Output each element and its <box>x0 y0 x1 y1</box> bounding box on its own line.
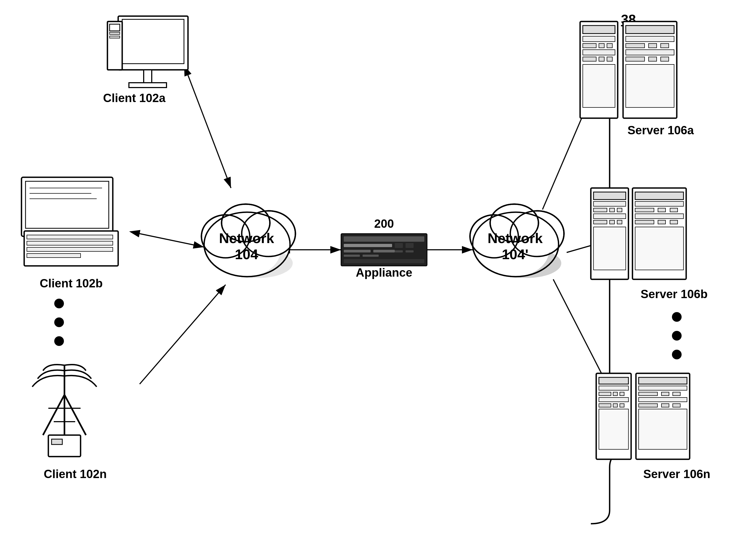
svg-rect-59 <box>25 181 109 228</box>
svg-rect-124 <box>635 227 683 270</box>
svg-rect-136 <box>599 404 611 407</box>
svg-rect-101 <box>626 65 674 107</box>
svg-rect-36 <box>344 236 424 242</box>
svg-rect-50 <box>122 19 184 64</box>
svg-point-69 <box>54 299 64 308</box>
svg-rect-37 <box>344 244 392 247</box>
svg-rect-90 <box>583 65 615 107</box>
svg-rect-44 <box>395 250 403 252</box>
svg-rect-122 <box>658 220 666 224</box>
svg-rect-120 <box>635 214 683 219</box>
svg-point-71 <box>54 336 64 346</box>
svg-point-128 <box>672 350 682 360</box>
svg-rect-135 <box>599 397 628 402</box>
svg-rect-87 <box>583 57 596 61</box>
svg-rect-142 <box>639 386 687 390</box>
svg-rect-98 <box>626 57 645 61</box>
svg-text:200: 200 <box>374 217 394 230</box>
svg-rect-118 <box>658 208 666 212</box>
svg-rect-104 <box>593 192 626 200</box>
svg-rect-62 <box>27 241 113 245</box>
svg-rect-116 <box>635 202 683 206</box>
svg-rect-78 <box>52 439 62 445</box>
svg-rect-89 <box>607 57 612 61</box>
svg-rect-112 <box>617 220 622 224</box>
svg-rect-86 <box>583 50 615 55</box>
svg-point-127 <box>672 331 682 340</box>
svg-rect-92 <box>626 25 674 33</box>
svg-line-74 <box>65 395 86 435</box>
svg-rect-115 <box>635 192 683 200</box>
svg-rect-46 <box>344 259 424 263</box>
svg-rect-95 <box>649 44 657 48</box>
svg-text:Server  106a: Server 106a <box>627 124 694 137</box>
svg-text:Client  102a: Client 102a <box>103 91 166 104</box>
svg-rect-96 <box>661 44 669 48</box>
svg-rect-110 <box>593 220 607 224</box>
svg-text:Network: Network <box>219 230 274 246</box>
svg-rect-148 <box>662 404 669 407</box>
svg-rect-143 <box>639 392 657 396</box>
svg-rect-137 <box>613 404 617 407</box>
svg-rect-99 <box>649 57 657 61</box>
svg-rect-141 <box>639 377 687 384</box>
svg-rect-113 <box>593 227 626 270</box>
svg-text:104: 104 <box>235 247 258 262</box>
svg-rect-42 <box>344 255 360 257</box>
svg-text:Network: Network <box>488 230 542 246</box>
diagram-container: 38 Network 104 <box>0 0 756 553</box>
svg-rect-51 <box>144 70 152 83</box>
svg-text:Client  102b: Client 102b <box>40 276 103 290</box>
svg-rect-39 <box>406 243 414 248</box>
svg-rect-93 <box>626 36 674 42</box>
svg-rect-139 <box>599 409 628 449</box>
svg-rect-43 <box>362 255 379 257</box>
svg-line-2 <box>188 75 231 188</box>
svg-rect-61 <box>27 235 113 239</box>
svg-rect-63 <box>27 247 113 251</box>
svg-rect-150 <box>639 409 687 449</box>
svg-rect-45 <box>406 250 414 252</box>
svg-rect-117 <box>635 208 654 212</box>
svg-line-3 <box>140 234 204 247</box>
svg-rect-133 <box>613 392 617 396</box>
svg-rect-147 <box>639 404 657 407</box>
svg-rect-54 <box>109 24 120 31</box>
svg-rect-55 <box>109 32 120 34</box>
svg-rect-119 <box>670 208 678 212</box>
svg-rect-132 <box>599 392 611 396</box>
svg-rect-146 <box>639 397 687 402</box>
svg-rect-144 <box>662 392 669 396</box>
svg-rect-81 <box>583 25 615 33</box>
svg-text:Server  106b: Server 106b <box>641 287 708 301</box>
svg-line-9 <box>553 279 607 384</box>
svg-rect-134 <box>620 392 624 396</box>
svg-rect-131 <box>599 386 628 390</box>
svg-text:Appliance: Appliance <box>356 266 412 279</box>
svg-point-70 <box>54 317 64 327</box>
svg-rect-100 <box>661 57 669 61</box>
svg-text:Server  106n: Server 106n <box>643 467 710 480</box>
svg-text:104': 104' <box>502 247 528 262</box>
svg-rect-121 <box>635 220 654 224</box>
svg-rect-94 <box>626 44 645 48</box>
svg-rect-64 <box>27 253 81 257</box>
svg-rect-88 <box>599 57 604 61</box>
svg-rect-52 <box>129 83 167 88</box>
svg-rect-85 <box>607 44 612 48</box>
svg-rect-77 <box>48 435 81 457</box>
svg-rect-97 <box>626 50 674 55</box>
svg-rect-108 <box>617 208 622 212</box>
svg-rect-106 <box>593 208 607 212</box>
svg-rect-149 <box>673 404 680 407</box>
svg-rect-83 <box>583 44 596 48</box>
svg-point-126 <box>672 312 682 322</box>
svg-line-4 <box>140 285 226 384</box>
svg-rect-56 <box>109 36 120 38</box>
svg-rect-82 <box>583 36 615 42</box>
svg-rect-111 <box>610 220 614 224</box>
svg-rect-138 <box>620 404 624 407</box>
svg-line-73 <box>43 395 65 435</box>
svg-rect-38 <box>395 243 403 248</box>
svg-rect-84 <box>599 44 604 48</box>
